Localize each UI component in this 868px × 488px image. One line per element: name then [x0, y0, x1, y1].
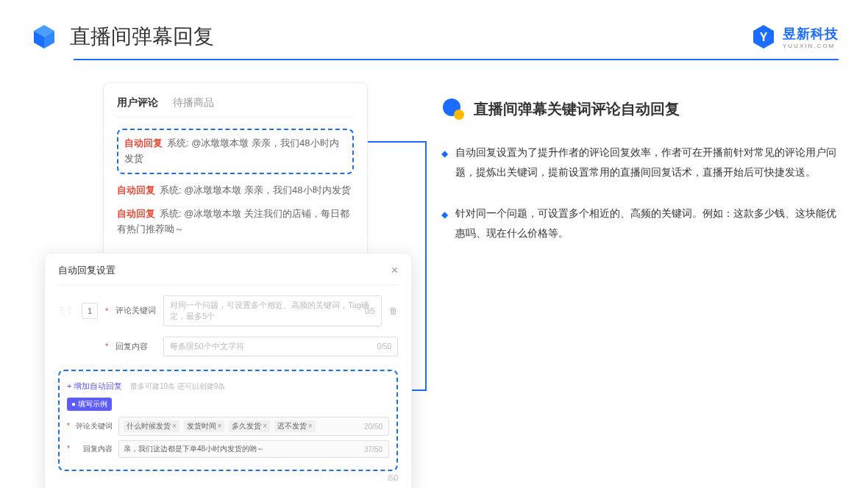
content-placeholder: 每条限50个中文字符: [170, 342, 243, 351]
keyword-tag: 迟不发货×: [274, 420, 316, 432]
close-icon[interactable]: ×: [391, 264, 398, 277]
bullet-item: ◆ 针对同一个问题，可设置多个相近的、高频的关键词。例如：这款多少钱、这块能优惠…: [441, 204, 839, 243]
tab-user-comments[interactable]: 用户评论: [117, 96, 158, 110]
keyword-input[interactable]: 对同一个问题，可设置多个相近、高频的关键词，Tag确定，最多5个 0/5: [163, 295, 382, 326]
row-index: 1: [82, 303, 98, 319]
keyword-count: 0/5: [365, 306, 375, 315]
example-badge: ● 填写示例: [67, 398, 112, 411]
brand-icon: Y: [750, 24, 777, 50]
page-header: 直播间弹幕回复 Y 昱新科技 YUUXIN.COM: [0, 0, 868, 59]
keyword-placeholder: 对同一个问题，可设置多个相近、高频的关键词，Tag确定，最多5个: [170, 301, 369, 320]
auto-reply-badge: 自动回复: [117, 208, 155, 219]
system-label: 系统:: [160, 208, 182, 219]
brand-logo: Y 昱新科技 YUUXIN.COM: [750, 24, 839, 50]
keyword-input-wrap: 对同一个问题，可设置多个相近、高频的关键词，Tag确定，最多5个 0/5: [163, 295, 382, 326]
content-row: * 回复内容 每条限50个中文字符 0/50: [58, 337, 398, 356]
ex-content-text: 亲，我们这边都是下单48小时内发货的哟～: [124, 445, 264, 453]
brand-sub: YUUXIN.COM: [783, 43, 839, 49]
example-keyword-row: * 评论关键词 什么时候发货× 发货时间× 多久发货× 迟不发货× 20/50: [67, 417, 389, 436]
comment-item: 自动回复系统: @冰墩墩本墩 亲亲，我们48小时内发货: [124, 136, 346, 167]
brand-name: 昱新科技: [783, 25, 839, 43]
system-label: 系统:: [160, 184, 182, 195]
ex-keyword-label: 评论关键词: [76, 421, 113, 431]
add-auto-reply-link[interactable]: + 增加自动回复: [67, 381, 122, 392]
bullet-text: 针对同一个问题，可设置多个相近的、高频的关键词。例如：这款多少钱、这块能优惠吗、…: [455, 204, 839, 243]
keyword-row: ⋮⋮ 1 * 评论关键词 对同一个问题，可设置多个相近、高频的关键词，Tag确定…: [58, 295, 398, 326]
content-input-wrap: 每条限50个中文字符 0/50: [163, 337, 398, 356]
required-mark: *: [67, 422, 70, 430]
ex-content-input[interactable]: 亲，我们这边都是下单48小时内发货的哟～ 37/50: [118, 440, 389, 458]
auto-reply-badge: 自动回复: [117, 184, 155, 195]
bullet-text: 自动回复设置为了提升作者的评论回复效率，作者可在开播前针对常见的评论用户问题，提…: [455, 143, 839, 182]
section-header: 直播间弹幕关键词评论自动回复: [441, 97, 839, 121]
auto-reply-badge: 自动回复: [124, 137, 163, 148]
ex-content-label: 回复内容: [76, 444, 113, 454]
tag-remove-icon[interactable]: ×: [172, 422, 177, 430]
comments-panel: 用户评论 待播商品 自动回复系统: @冰墩墩本墩 亲亲，我们48小时内发货 自动…: [103, 82, 368, 260]
highlighted-comment: 自动回复系统: @冰墩墩本墩 亲亲，我们48小时内发货: [117, 129, 354, 174]
tag-remove-icon[interactable]: ×: [308, 422, 313, 430]
system-label: 系统:: [167, 137, 189, 148]
connector-line: [368, 141, 427, 143]
cube-icon: [29, 22, 59, 51]
ex-kw-count: 20/50: [364, 422, 383, 430]
bullet-item: ◆ 自动回复设置为了提升作者的评论回复效率，作者可在开播前针对常见的评论用户问题…: [441, 143, 839, 182]
add-hint: 最多可建10条 还可以创建9条: [130, 382, 225, 390]
settings-title: 自动回复设置: [58, 264, 115, 277]
example-highlight-box: + 增加自动回复 最多可建10条 还可以创建9条 ● 填写示例 * 评论关键词 …: [58, 370, 398, 471]
diamond-icon: ◆: [441, 143, 448, 182]
required-mark: *: [105, 306, 108, 315]
content-label: 回复内容: [115, 341, 156, 352]
keyword-label: 评论关键词: [115, 305, 156, 316]
tabs: 用户评论 待播商品: [117, 96, 354, 118]
chat-bubble-icon: [441, 97, 465, 121]
diamond-icon: ◆: [441, 204, 448, 243]
example-content-row: * 回复内容 亲，我们这边都是下单48小时内发货的哟～ 37/50: [67, 440, 389, 458]
header-left: 直播间弹幕回复: [29, 22, 214, 51]
comment-text: @冰墩墩本墩 亲亲，我们48小时内发货: [184, 184, 350, 195]
page-title: 直播间弹幕回复: [70, 23, 214, 51]
auto-reply-settings-panel: 自动回复设置 × ⋮⋮ 1 * 评论关键词 对同一个问题，可设置多个相近、高频的…: [44, 253, 412, 488]
main-content: 用户评论 待播商品 自动回复系统: @冰墩墩本墩 亲亲，我们48小时内发货 自动…: [0, 60, 868, 488]
settings-header: 自动回复设置 ×: [58, 264, 398, 285]
ex-ct-count: 37/50: [364, 445, 383, 453]
comment-item: 自动回复系统: @冰墩墩本墩 亲亲，我们48小时内发货: [117, 183, 354, 198]
required-mark: *: [67, 445, 70, 453]
content-input[interactable]: 每条限50个中文字符 0/50: [163, 337, 398, 356]
content-count: 0/50: [377, 342, 391, 351]
section-title: 直播间弹幕关键词评论自动回复: [474, 99, 680, 119]
required-mark: *: [105, 342, 108, 351]
comment-item: 自动回复系统: @冰墩墩本墩 关注我们的店铺，每日都有热门推荐呦～: [117, 207, 354, 237]
tag-remove-icon[interactable]: ×: [263, 422, 267, 430]
right-column: 直播间弹幕关键词评论自动回复 ◆ 自动回复设置为了提升作者的评论回复效率，作者可…: [441, 82, 839, 488]
keyword-tag: 发货时间×: [184, 420, 225, 432]
svg-text:Y: Y: [760, 31, 768, 43]
ex-keyword-input[interactable]: 什么时候发货× 发货时间× 多久发货× 迟不发货× 20/50: [118, 417, 389, 436]
keyword-tag: 什么时候发货×: [124, 420, 179, 432]
keyword-tag: 多久发货×: [229, 420, 270, 432]
tab-pending-goods[interactable]: 待播商品: [173, 96, 214, 110]
svg-point-6: [454, 110, 464, 120]
trash-icon[interactable]: 🗑: [389, 306, 398, 316]
tag-remove-icon[interactable]: ×: [218, 422, 222, 430]
outer-count: /50: [58, 474, 398, 482]
drag-handle-icon[interactable]: ⋮⋮: [58, 306, 74, 315]
connector-line: [425, 141, 427, 391]
left-column: 用户评论 待播商品 自动回复系统: @冰墩墩本墩 亲亲，我们48小时内发货 自动…: [44, 82, 412, 488]
